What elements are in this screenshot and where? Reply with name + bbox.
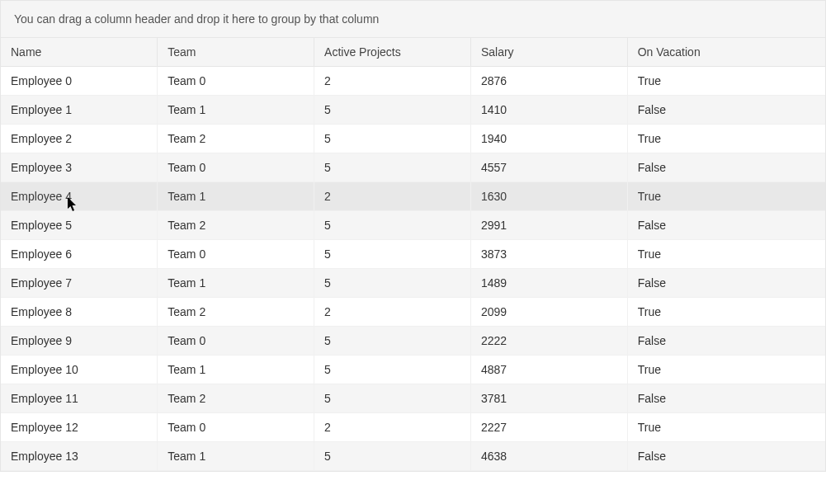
cell-salary[interactable]: 3873 (470, 240, 627, 269)
cell-salary[interactable]: 4887 (470, 356, 627, 384)
cell-vac[interactable]: False (627, 327, 825, 356)
table-row[interactable]: Employee 11Team 253781False (1, 384, 825, 413)
cell-salary[interactable]: 1489 (470, 269, 627, 298)
table-row[interactable]: Employee 4Team 121630True (1, 182, 825, 211)
table-row[interactable]: Employee 5Team 252991False (1, 211, 825, 240)
header-row: Name Team Active Projects Salary On Vaca… (1, 38, 825, 67)
cell-team[interactable]: Team 1 (158, 442, 314, 471)
cell-proj[interactable]: 5 (314, 125, 471, 153)
cell-proj[interactable]: 5 (314, 384, 471, 413)
cell-name[interactable]: Employee 13 (1, 442, 158, 471)
cell-proj[interactable]: 5 (314, 356, 471, 384)
cell-salary[interactable]: 2099 (470, 298, 627, 327)
cell-salary[interactable]: 3781 (470, 384, 627, 413)
cell-team[interactable]: Team 1 (158, 269, 314, 298)
cell-salary[interactable]: 4638 (470, 442, 627, 471)
cell-name[interactable]: Employee 9 (1, 327, 158, 356)
table-row[interactable]: Employee 8Team 222099True (1, 298, 825, 327)
cell-proj[interactable]: 5 (314, 211, 471, 240)
cell-team[interactable]: Team 0 (158, 327, 314, 356)
cell-name[interactable]: Employee 5 (1, 211, 158, 240)
cell-salary[interactable]: 4557 (470, 153, 627, 182)
cell-team[interactable]: Team 2 (158, 125, 314, 153)
cell-team[interactable]: Team 1 (158, 182, 314, 211)
table-row[interactable]: Employee 12Team 022227True (1, 413, 825, 442)
group-panel-hint: You can drag a column header and drop it… (14, 12, 379, 26)
column-header-on-vacation[interactable]: On Vacation (627, 38, 825, 67)
cell-salary[interactable]: 2222 (470, 327, 627, 356)
cell-proj[interactable]: 5 (314, 442, 471, 471)
cell-team[interactable]: Team 0 (158, 153, 314, 182)
cell-proj[interactable]: 2 (314, 413, 471, 442)
table-row[interactable]: Employee 10Team 154887True (1, 356, 825, 384)
cell-vac[interactable]: False (627, 384, 825, 413)
table-row[interactable]: Employee 0Team 022876True (1, 67, 825, 96)
data-table: Name Team Active Projects Salary On Vaca… (1, 38, 825, 471)
cell-salary[interactable]: 1940 (470, 125, 627, 153)
cell-vac[interactable]: False (627, 96, 825, 125)
cell-proj[interactable]: 2 (314, 182, 471, 211)
table-row[interactable]: Employee 13Team 154638False (1, 442, 825, 471)
cell-name[interactable]: Employee 10 (1, 356, 158, 384)
table-row[interactable]: Employee 1Team 151410False (1, 96, 825, 125)
cell-salary[interactable]: 2876 (470, 67, 627, 96)
cell-team[interactable]: Team 1 (158, 96, 314, 125)
table-row[interactable]: Employee 9Team 052222False (1, 327, 825, 356)
column-header-active-projects[interactable]: Active Projects (314, 38, 471, 67)
cell-vac[interactable]: True (627, 67, 825, 96)
cell-name[interactable]: Employee 2 (1, 125, 158, 153)
cell-proj[interactable]: 5 (314, 153, 471, 182)
cell-team[interactable]: Team 0 (158, 67, 314, 96)
cell-name[interactable]: Employee 0 (1, 67, 158, 96)
cell-vac[interactable]: True (627, 413, 825, 442)
cell-name[interactable]: Employee 1 (1, 96, 158, 125)
cell-name[interactable]: Employee 11 (1, 384, 158, 413)
cell-name[interactable]: Employee 6 (1, 240, 158, 269)
column-header-name[interactable]: Name (1, 38, 158, 67)
cell-name[interactable]: Employee 7 (1, 269, 158, 298)
cell-vac[interactable]: False (627, 153, 825, 182)
cell-vac[interactable]: True (627, 182, 825, 211)
cell-vac[interactable]: False (627, 269, 825, 298)
cell-proj[interactable]: 2 (314, 298, 471, 327)
column-header-team[interactable]: Team (158, 38, 314, 67)
cell-team[interactable]: Team 0 (158, 413, 314, 442)
group-panel[interactable]: You can drag a column header and drop it… (1, 1, 825, 38)
cell-team[interactable]: Team 1 (158, 356, 314, 384)
cell-proj[interactable]: 2 (314, 67, 471, 96)
data-grid: You can drag a column header and drop it… (0, 0, 826, 472)
table-row[interactable]: Employee 7Team 151489False (1, 269, 825, 298)
cell-team[interactable]: Team 2 (158, 384, 314, 413)
cell-proj[interactable]: 5 (314, 240, 471, 269)
table-row[interactable]: Employee 6Team 053873True (1, 240, 825, 269)
cell-proj[interactable]: 5 (314, 269, 471, 298)
table-row[interactable]: Employee 3Team 054557False (1, 153, 825, 182)
cell-name[interactable]: Employee 12 (1, 413, 158, 442)
cell-salary[interactable]: 2991 (470, 211, 627, 240)
cell-name[interactable]: Employee 3 (1, 153, 158, 182)
cell-name[interactable]: Employee 8 (1, 298, 158, 327)
cell-vac[interactable]: True (627, 298, 825, 327)
cell-proj[interactable]: 5 (314, 327, 471, 356)
cell-proj[interactable]: 5 (314, 96, 471, 125)
cell-vac[interactable]: False (627, 442, 825, 471)
cell-vac[interactable]: True (627, 125, 825, 153)
cell-vac[interactable]: False (627, 211, 825, 240)
cell-vac[interactable]: True (627, 240, 825, 269)
cell-name[interactable]: Employee 4 (1, 182, 158, 211)
cell-salary[interactable]: 1410 (470, 96, 627, 125)
cell-vac[interactable]: True (627, 356, 825, 384)
column-header-salary[interactable]: Salary (470, 38, 627, 67)
cell-team[interactable]: Team 0 (158, 240, 314, 269)
cell-salary[interactable]: 2227 (470, 413, 627, 442)
cell-team[interactable]: Team 2 (158, 211, 314, 240)
table-row[interactable]: Employee 2Team 251940True (1, 125, 825, 153)
cell-team[interactable]: Team 2 (158, 298, 314, 327)
cell-salary[interactable]: 1630 (470, 182, 627, 211)
